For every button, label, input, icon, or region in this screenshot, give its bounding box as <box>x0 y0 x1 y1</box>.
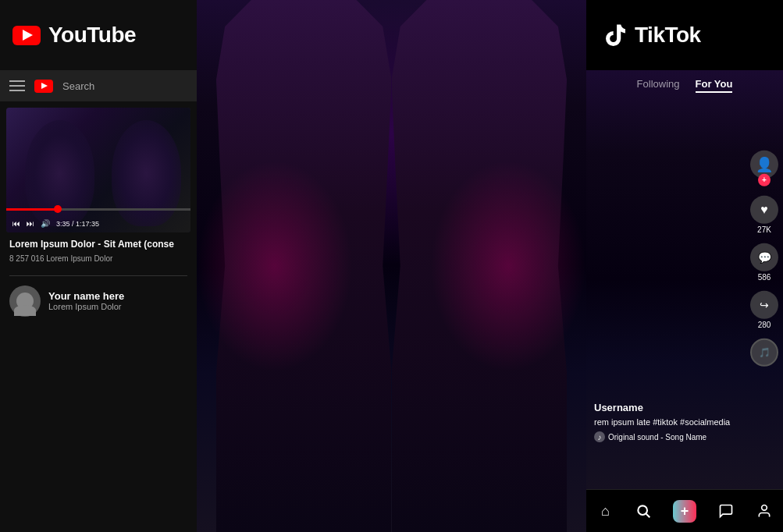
tt-search-icon <box>635 502 652 520</box>
yt-volume-button[interactable]: 🔊 <box>41 219 50 228</box>
glow-pink-left <box>197 160 353 373</box>
yt-video-controls: ⏮ ⏭ 🔊 3:35 / 1:17:35 <box>12 219 184 228</box>
tt-avatar-icon: 👤 <box>756 155 773 172</box>
tt-tabs-bar: Following For You <box>586 78 783 93</box>
yt-ctrl-left: ⏮ ⏭ 🔊 3:35 / 1:17:35 <box>12 219 99 228</box>
yt-content-area: ⏮ ⏭ 🔊 3:35 / 1:17:35 Lorem Ipsum Dolor -… <box>0 101 197 532</box>
yt-search-label[interactable]: Search <box>62 80 94 92</box>
tt-sound-disc[interactable]: 🎵 <box>750 338 778 366</box>
hamburger-menu-button[interactable] <box>9 80 25 91</box>
svg-point-0 <box>638 505 647 515</box>
tt-comment-item[interactable]: 💬 586 <box>750 243 778 281</box>
tt-nav-inbox[interactable] <box>711 499 741 523</box>
yt-video-stats: 8 257 016 Lorem Ipsum Dolor <box>9 254 187 263</box>
yt-channel-info: Your name here Lorem Ipsum Dolor <box>48 290 124 311</box>
center-video-background <box>197 0 586 532</box>
yt-progress-bar[interactable] <box>6 208 190 211</box>
tt-avatar-item: 👤 + <box>750 150 778 186</box>
yt-channel-subscribers: Lorem Ipsum Dolor <box>48 302 124 311</box>
tt-like-count: 27K <box>757 225 771 233</box>
tt-profile-icon <box>756 502 773 520</box>
tt-inbox-icon <box>717 502 735 520</box>
yt-time-display: 3:35 / 1:17:35 <box>56 220 99 228</box>
yt-channel-avatar <box>9 286 41 317</box>
tt-header: TikTok <box>586 0 783 70</box>
yt-channel-row[interactable]: Your name here Lorem Ipsum Dolor <box>6 282 190 320</box>
svg-line-1 <box>646 514 650 518</box>
tt-bottom-navigation: ⌂ + <box>586 489 783 532</box>
yt-avatar-icon <box>16 293 34 310</box>
tt-nav-add[interactable]: + <box>667 497 703 526</box>
tt-add-icon: + <box>681 503 689 520</box>
tiktok-panel: TikTok Following For You 👤 + ♥ 27K <box>586 0 783 532</box>
glow-pink-right <box>430 160 586 373</box>
tt-logo <box>599 21 627 49</box>
yt-channel-name: Your name here <box>48 290 124 302</box>
tt-music-icon: 🎵 <box>759 346 771 357</box>
tt-nav-search[interactable] <box>628 499 658 523</box>
tt-sound-info: ♪ Original sound - Song Name <box>594 431 740 442</box>
yt-app-title: YouTube <box>48 23 136 48</box>
yt-play-button[interactable]: ⏮ <box>12 219 20 228</box>
tt-nav-home[interactable]: ⌂ <box>590 499 620 523</box>
tt-logo-icon <box>600 23 625 48</box>
yt-divider <box>9 275 187 276</box>
yt-next-button[interactable]: ⏭ <box>27 219 34 228</box>
yt-video-title: Lorem Ipsum Dolor - Sit Amet (conse <box>9 239 187 251</box>
yt-thumb-image <box>6 108 190 232</box>
yt-video-thumbnail[interactable]: ⏮ ⏭ 🔊 3:35 / 1:17:35 <box>6 108 190 232</box>
tt-sound-icon: ♪ <box>594 431 605 442</box>
tt-video-info: Username rem ipsum late #tiktok #socialm… <box>594 402 740 442</box>
yt-header: YouTube <box>0 0 197 70</box>
yt-logo-small-icon <box>34 80 53 93</box>
tt-share-item[interactable]: ↪ 280 <box>750 290 778 328</box>
tt-share-button[interactable]: ↪ <box>750 290 778 318</box>
youtube-panel: YouTube Search ⏮ ⏭ 🔊 3:35 / 1:17:35 <box>0 0 197 532</box>
tt-share-count: 280 <box>758 320 771 328</box>
tt-username[interactable]: Username <box>594 402 740 413</box>
tt-comment-count: 586 <box>758 272 771 281</box>
tt-action-buttons: 👤 + ♥ 27K 💬 586 ↪ <box>750 150 778 366</box>
center-video-area <box>197 0 586 532</box>
tt-comment-button[interactable]: 💬 <box>750 243 778 271</box>
tt-video-description: rem ipsum late #tiktok #socialmedia <box>594 417 740 428</box>
tt-video-area: Following For You 👤 + ♥ 27K <box>586 70 783 489</box>
tt-follow-plus-badge[interactable]: + <box>758 173 771 186</box>
tt-sound-name: Original sound - Song Name <box>608 433 706 442</box>
yt-video-info: Lorem Ipsum Dolor - Sit Amet (conse 8 25… <box>6 232 190 269</box>
tt-comment-icon: 💬 <box>758 250 771 263</box>
tt-tab-for-you[interactable]: For You <box>696 78 733 93</box>
yt-nav-bar: Search <box>0 70 197 101</box>
tt-like-item[interactable]: ♥ 27K <box>750 195 778 233</box>
tt-add-button[interactable]: + <box>673 500 697 523</box>
tt-nav-profile[interactable] <box>749 499 779 523</box>
tt-sound-item[interactable]: 🎵 <box>750 338 778 366</box>
tt-tab-following[interactable]: Following <box>637 78 680 93</box>
tt-heart-icon: ♥ <box>760 202 768 216</box>
yt-progress-dot <box>54 205 62 213</box>
tt-app-title: TikTok <box>635 23 701 48</box>
tt-share-icon: ↪ <box>760 298 769 310</box>
tt-home-icon: ⌂ <box>596 502 614 520</box>
tt-like-button[interactable]: ♥ <box>750 195 778 223</box>
svg-point-2 <box>761 505 767 511</box>
yt-progress-fill <box>6 208 58 211</box>
yt-logo-icon <box>12 26 41 45</box>
